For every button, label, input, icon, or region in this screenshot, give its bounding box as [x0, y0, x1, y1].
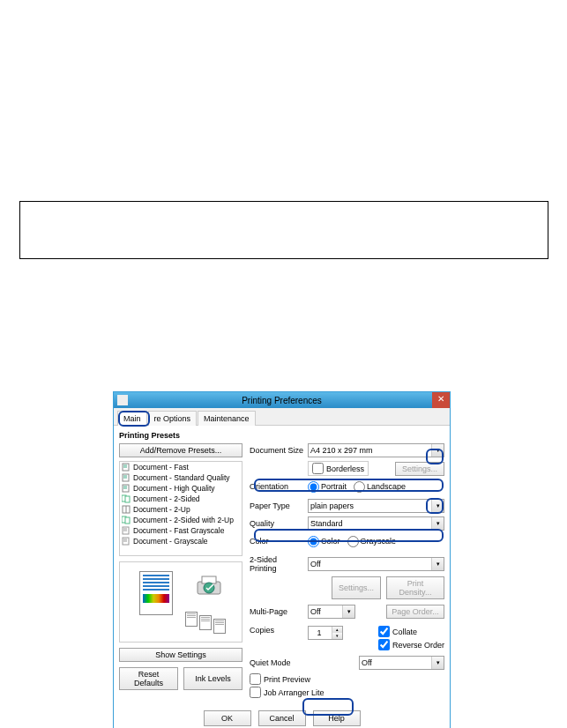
multi-page-label: Multi-Page: [250, 607, 304, 616]
tab-main[interactable]: Main: [117, 411, 147, 426]
doc-2sided-icon: [122, 494, 131, 503]
print-preview-checkbox[interactable]: [250, 673, 261, 685]
preset-label: Document - 2-Sided with 2-Up: [133, 516, 234, 524]
ink-levels-button[interactable]: Ink Levels: [183, 667, 242, 690]
two-sided-value: Off: [310, 560, 321, 568]
spinner-down-icon[interactable]: ▾: [332, 633, 342, 639]
right-column: Document Size A4 210 x 297 mm ▾ Borderle…: [250, 443, 444, 698]
borderless-checkbox-wrap[interactable]: Borderless: [308, 461, 369, 476]
doc-icon: [122, 463, 131, 472]
preset-list[interactable]: Document - Fast Document - Standard Qual…: [119, 461, 242, 556]
titlebar: Printing Preferences ✕: [114, 392, 450, 408]
dialog-button-row: OK Cancel Help: [114, 703, 450, 728]
quality-label: Quality: [250, 519, 304, 528]
preset-label: Document - 2-Sided: [133, 494, 200, 503]
page-order-button[interactable]: Page Order...: [386, 605, 444, 619]
reset-defaults-button[interactable]: Reset Defaults: [119, 667, 178, 690]
preset-item[interactable]: Document - High Quality: [120, 483, 242, 494]
show-settings-button[interactable]: Show Settings: [119, 648, 242, 662]
quality-dropdown[interactable]: Standard ▾: [308, 516, 444, 531]
multi-page-dropdown[interactable]: Off ▾: [308, 605, 355, 619]
borderless-checkbox[interactable]: [312, 463, 324, 474]
cancel-button[interactable]: Cancel: [258, 710, 306, 726]
spinner-up-icon[interactable]: ▴: [332, 627, 342, 633]
preset-item[interactable]: Document - Standard Quality: [120, 472, 242, 483]
quiet-mode-dropdown[interactable]: Off ▾: [359, 656, 444, 670]
preset-item[interactable]: Document - Grayscale: [120, 536, 242, 546]
quality-value: Standard: [310, 519, 343, 528]
job-arranger-checkbox-wrap[interactable]: Job Arranger Lite: [250, 687, 444, 698]
doc-icon: [122, 473, 131, 482]
preset-item[interactable]: Document - 2-Sided with 2-Up: [120, 515, 242, 525]
two-sided-dropdown[interactable]: Off ▾: [308, 557, 444, 571]
chevron-down-icon: ▾: [431, 558, 444, 570]
ok-button[interactable]: OK: [204, 710, 251, 726]
help-button[interactable]: Help: [313, 710, 361, 726]
multi-page-value: Off: [310, 607, 321, 616]
color-grayscale-radio[interactable]: Grayscale: [347, 536, 397, 547]
tab-maintenance[interactable]: Maintenance: [198, 411, 256, 426]
tab-more-options[interactable]: re Options: [148, 411, 198, 426]
reverse-order-checkbox-wrap[interactable]: Reverse Order: [378, 639, 444, 650]
window-title: Printing Preferences: [242, 396, 322, 405]
left-column: Add/Remove Presets... Document - Fast Do…: [119, 443, 242, 698]
doc-gray-icon: [122, 526, 131, 535]
chevron-down-icon: ▾: [431, 500, 444, 512]
two-sided-label: 2-Sided Printing: [250, 555, 304, 573]
two-sided-settings-button[interactable]: Settings...: [332, 576, 381, 599]
preset-item[interactable]: Document - 2-Sided: [120, 494, 242, 504]
page-stack-icon: [199, 615, 212, 630]
borderless-settings-button[interactable]: Settings...: [395, 462, 444, 476]
chevron-down-icon: ▾: [431, 657, 444, 669]
doc-icon: [122, 484, 131, 493]
doc-preview-icon: [139, 571, 173, 615]
copies-label: Copies: [250, 626, 304, 635]
document-size-dropdown[interactable]: A4 210 x 297 mm ▾: [308, 443, 444, 457]
preset-item[interactable]: Document - Fast: [120, 462, 242, 472]
copies-input[interactable]: [309, 627, 330, 639]
chevron-down-icon: ▾: [431, 444, 444, 457]
doc-2sided-2up-icon: [122, 516, 131, 524]
document-size-label: Document Size: [250, 446, 304, 455]
tab-strip: Main re Options Maintenance: [114, 408, 450, 426]
printer-icon: [194, 575, 224, 601]
printing-preferences-dialog: Printing Preferences ✕ Main re Options M…: [113, 391, 451, 728]
document-size-value: A4 210 x 297 mm: [310, 446, 373, 455]
preset-item[interactable]: Document - Fast Grayscale: [120, 525, 242, 536]
color-label: Color: [250, 537, 304, 546]
preset-label: Document - High Quality: [133, 484, 215, 493]
print-density-button[interactable]: Print Density...: [386, 576, 444, 599]
preset-label: Document - Fast Grayscale: [133, 526, 224, 535]
presets-heading: Printing Presets: [119, 431, 444, 440]
preset-label: Document - Standard Quality: [133, 473, 230, 482]
job-arranger-checkbox[interactable]: [250, 687, 261, 698]
preset-label: Document - 2-Up: [133, 505, 190, 514]
preview-area: [119, 561, 242, 643]
tab-content: Printing Presets Add/Remove Presets... D…: [114, 426, 450, 703]
preset-item[interactable]: Document - 2-Up: [120, 504, 242, 515]
paper-type-label: Paper Type: [250, 501, 304, 510]
collate-checkbox-wrap[interactable]: Collate: [378, 626, 444, 637]
doc-2up-icon: [122, 505, 131, 514]
svg-rect-10: [125, 496, 130, 502]
print-preview-checkbox-wrap[interactable]: Print Preview: [250, 673, 444, 685]
page-stack-icon: [185, 612, 198, 627]
orientation-landscape-radio[interactable]: Landscape: [354, 481, 406, 493]
copies-spinner[interactable]: ▴▾: [308, 626, 343, 640]
chevron-down-icon: ▾: [431, 517, 444, 530]
doc-gray-icon: [122, 537, 131, 546]
preset-label: Document - Fast: [133, 463, 189, 472]
quiet-mode-value: Off: [362, 658, 372, 667]
reverse-order-checkbox[interactable]: [378, 639, 390, 650]
paper-type-value: plain papers: [310, 501, 354, 510]
outer-frame: [19, 201, 548, 259]
close-button[interactable]: ✕: [432, 392, 450, 408]
collate-checkbox[interactable]: [378, 626, 390, 637]
borderless-label: Borderless: [326, 464, 364, 473]
paper-type-dropdown[interactable]: plain papers ▾: [308, 499, 444, 513]
orientation-portrait-radio[interactable]: Portrait: [308, 481, 347, 493]
color-color-radio[interactable]: Color: [308, 536, 340, 547]
svg-rect-14: [125, 517, 130, 524]
add-remove-presets-button[interactable]: Add/Remove Presets...: [119, 443, 242, 457]
printer-title-icon: [117, 395, 128, 405]
